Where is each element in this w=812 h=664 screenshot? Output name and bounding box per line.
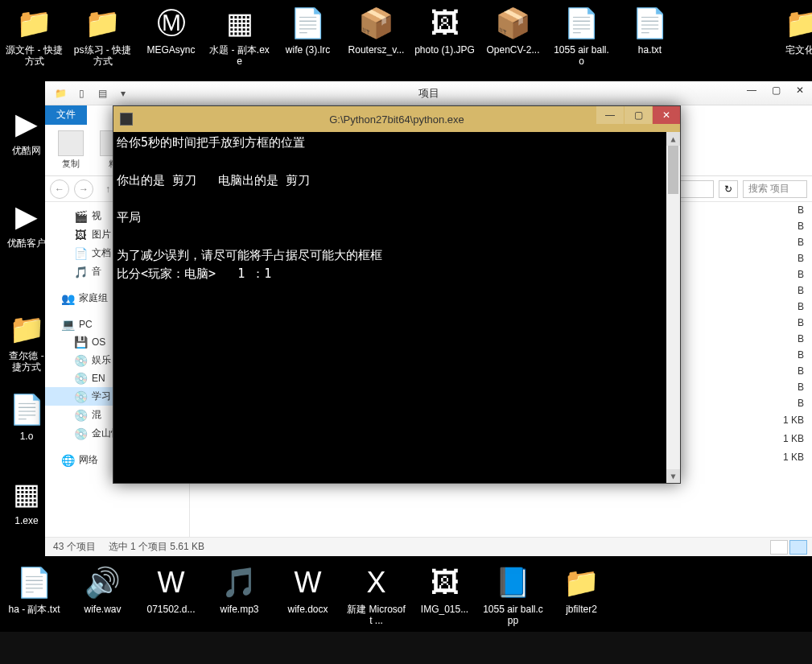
nav-label: 音 [92, 265, 101, 278]
icon-label: 查尔德 - 捷方式 [4, 350, 49, 373]
qat-new-icon[interactable]: ▤ [93, 85, 111, 102]
back-button[interactable]: ← [50, 179, 69, 199]
desktop-icon[interactable]: 📦OpenCV-2... [483, 4, 543, 56]
file-size: B [748, 285, 804, 296]
icon-label: jbfilter2 [551, 604, 612, 615]
file-icon: W [152, 563, 191, 602]
nav-icon: 💿 [74, 409, 87, 422]
desktop-icon[interactable]: 📄ha.txt [620, 4, 680, 56]
desktop-icon[interactable]: 📦Routersz_v... [346, 4, 406, 56]
explorer-titlebar[interactable]: 📁 ▯ ▤ ▾ 项目 — ▢ ✕ [45, 81, 812, 105]
file-size: B [748, 317, 804, 328]
nav-label: 图片 [92, 228, 111, 241]
icon-label: 优酷客户 [4, 237, 49, 249]
nav-label: 学习 [92, 390, 111, 403]
tab-file[interactable]: 文件 [45, 105, 87, 125]
desktop-icon[interactable]: X新建 Microsoft ... [346, 563, 406, 627]
file-size: B [748, 204, 804, 216]
nav-label: EN [92, 373, 105, 384]
desktop-icon[interactable]: 📄ha - 副本.txt [4, 563, 64, 615]
nav-label: 家庭组 [79, 291, 108, 305]
file-size: 1 KB [748, 414, 804, 426]
desktop-icon[interactable]: 🖼IMG_015... [414, 563, 475, 615]
qat-dropdown-icon[interactable]: ▾ [114, 85, 132, 102]
file-icon: 📁 [7, 310, 46, 348]
console-titlebar[interactable]: G:\Python27bit64\python.exe — ▢ ✕ [113, 106, 680, 132]
file-icon: 🔊 [84, 563, 122, 602]
nav-icon: 🌐 [61, 454, 74, 467]
desktop-icon[interactable]: W071502.d... [141, 563, 201, 615]
close-button[interactable]: ✕ [788, 81, 812, 99]
file-icon: 📄 [631, 4, 670, 43]
copy-button[interactable]: 复制 [52, 130, 90, 170]
icon-label: 宅文化-. [773, 44, 812, 56]
file-icon: 📄 [563, 4, 601, 43]
nav-label: 娱乐 [92, 353, 111, 367]
icon-label: wife.docx [278, 604, 338, 615]
search-input[interactable]: 搜索 项目 [743, 180, 807, 198]
scroll-up-icon[interactable]: ▲ [666, 132, 680, 146]
desktop-icon[interactable]: ▶优酷客户 [4, 197, 49, 249]
desktop-icon[interactable]: 📁查尔德 - 捷方式 [4, 310, 49, 373]
minimize-button[interactable]: — [740, 81, 764, 99]
icon-label: IMG_015... [414, 604, 475, 615]
folder-icon: 📁 [52, 85, 69, 102]
file-icon: 🎵 [221, 563, 259, 602]
desktop-icon[interactable]: 🎵wife.mp3 [209, 563, 270, 615]
desktop-icon[interactable]: ⓂMEGAsync [141, 4, 201, 56]
file-icon: 📄 [7, 390, 46, 429]
icon-label: wife.wav [72, 604, 133, 615]
scroll-down-icon[interactable]: ▼ [666, 469, 680, 483]
console-maximize-button[interactable]: ▢ [624, 106, 652, 124]
icon-label: wife (3).lrc [278, 44, 338, 56]
file-icon: 📁 [563, 563, 601, 602]
console-minimize-button[interactable]: — [596, 106, 624, 124]
icon-label: wife.mp3 [209, 604, 270, 615]
explorer-title: 项目 [45, 86, 812, 101]
file-icon: X [357, 563, 396, 602]
desktop-icon[interactable]: Wwife.docx [278, 563, 338, 615]
taskbar[interactable] [0, 632, 812, 664]
console-close-button[interactable]: ✕ [653, 106, 680, 124]
file-icon: ▦ [7, 475, 46, 513]
console-output[interactable]: 给你5秒的时间把手放到方框的位置 你出的是 剪刀 电脑出的是 剪刀 平局 为了减… [113, 132, 680, 483]
nav-icon: 💿 [74, 427, 87, 440]
desktop-icon[interactable]: 📘1055 air ball.cpp [483, 563, 543, 627]
qat-props-icon[interactable]: ▯ [72, 85, 90, 102]
refresh-button[interactable]: ↻ [719, 180, 738, 198]
nav-icon: 💿 [74, 354, 87, 367]
desktop-icon[interactable]: ▶优酷网 [4, 105, 49, 156]
file-size: B [748, 269, 804, 280]
desktop-icon[interactable]: 📁jbfilter2 [551, 563, 612, 615]
file-icon: 📄 [289, 4, 328, 43]
forward-button[interactable]: → [74, 179, 93, 199]
file-size: 1 KB [748, 433, 804, 444]
desktop-icon[interactable]: 📁ps练习 - 快捷方式 [72, 4, 133, 68]
icon-label: Routersz_v... [346, 44, 406, 56]
nav-icon: 👥 [61, 292, 74, 305]
desktop-icon[interactable]: 📄wife (3).lrc [278, 4, 338, 56]
file-icon: Ⓜ [152, 4, 191, 43]
file-size: B [748, 365, 804, 377]
desktop-icon[interactable]: 📄1055 air ball.o [551, 4, 612, 68]
view-details-button[interactable] [770, 540, 788, 555]
icon-label: MEGAsync [141, 44, 201, 56]
desktop-icon[interactable]: 📁源文件 - 快捷方式 [4, 4, 64, 68]
nav-icon: 🎵 [74, 266, 87, 278]
file-size: B [748, 333, 804, 344]
desktop-icon[interactable]: ▦水题 - 副本.exe [209, 4, 270, 68]
file-icon: 📦 [357, 4, 396, 43]
icon-label: ps练习 - 快捷方式 [72, 44, 133, 68]
scroll-thumb[interactable] [668, 146, 678, 194]
desktop-icon[interactable]: 📁宅文化-. [773, 4, 812, 56]
desktop-icon[interactable]: 🔊wife.wav [72, 563, 133, 615]
nav-label: 文档 [92, 246, 111, 260]
desktop-icon[interactable]: 📄1.o [4, 390, 49, 442]
console-scrollbar[interactable]: ▲ ▼ [666, 132, 680, 483]
maximize-button[interactable]: ▢ [764, 81, 788, 99]
desktop-icon[interactable]: ▦1.exe [4, 475, 49, 526]
icon-label: 优酷网 [4, 145, 49, 156]
view-icons-button[interactable] [789, 540, 807, 555]
nav-label: 混 [92, 408, 101, 422]
desktop-icon[interactable]: 🖼photo (1).JPG [414, 4, 475, 56]
